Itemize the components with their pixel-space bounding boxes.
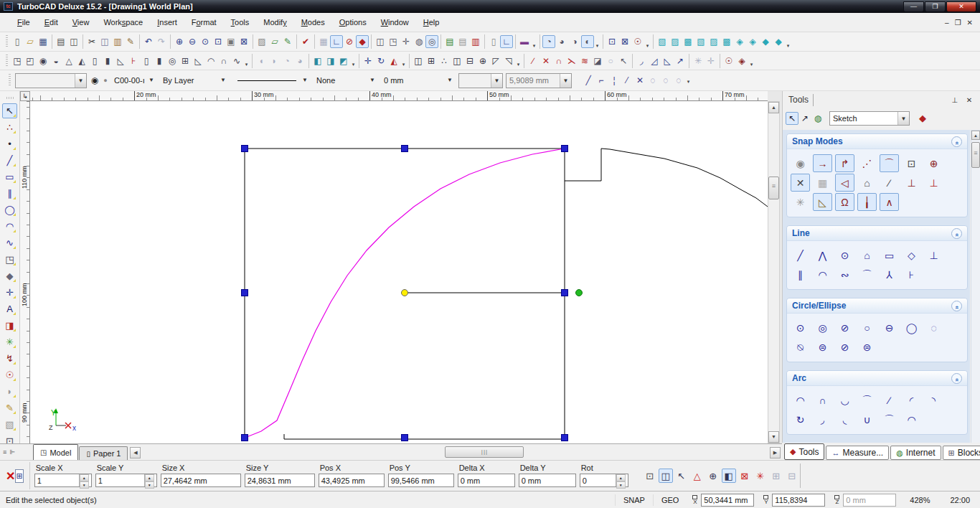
geom-ellipse-icon[interactable]: ◌	[672, 74, 685, 87]
open-icon[interactable]: ▱	[24, 35, 37, 48]
select-rect-icon[interactable]: ⊡	[606, 35, 618, 48]
mdi-close-button[interactable]: ✕	[967, 19, 973, 27]
chamfer-icon[interactable]: ◿	[648, 55, 661, 67]
field-input[interactable]: 1▲▼	[95, 474, 157, 487]
render-wireframe-icon[interactable]: ◔	[542, 35, 555, 48]
snap-quadrant-icon[interactable]: ⊕	[924, 154, 943, 172]
pick-cursor-icon[interactable]: ◹	[502, 55, 515, 67]
3d-disc-icon[interactable]: ◎	[166, 55, 179, 67]
save-icon[interactable]: ▦	[37, 35, 50, 48]
rotate-free-icon[interactable]: ↻	[374, 55, 387, 67]
marker-icon[interactable]: ✎	[2, 400, 17, 415]
toolbar-overflow-icon[interactable]: ▾	[594, 43, 600, 51]
paste-icon[interactable]: ▥	[111, 35, 124, 48]
boolean-add-icon[interactable]: ◧	[311, 55, 324, 67]
pan-move-icon[interactable]: ✛	[2, 285, 17, 300]
field-input[interactable]: 0▲▼	[580, 474, 628, 487]
collapse-chevron-icon[interactable]: «	[951, 301, 962, 311]
geom-cross-icon[interactable]: ✕	[633, 74, 646, 87]
view-se-iso-icon[interactable]: ◆	[772, 35, 785, 48]
selection-combo[interactable]: ▼	[15, 73, 87, 88]
line-perpendicular-icon[interactable]: ⊥	[924, 246, 943, 264]
circle-tan-line-icon[interactable]: ⊖	[880, 319, 899, 337]
world-plan-geometry[interactable]	[284, 149, 768, 439]
select-icon[interactable]: ↖	[2, 103, 17, 118]
flip-box-icon[interactable]: ◧	[722, 469, 736, 483]
group-a-icon[interactable]: ⊞	[769, 469, 783, 483]
pen-color-combo[interactable]: C00-00-ı▼	[111, 73, 157, 88]
snap-grid-icon[interactable]: ▦	[813, 174, 832, 192]
helix-30-icon[interactable]: ∿	[230, 55, 243, 67]
line-icon[interactable]: ╱	[2, 153, 17, 168]
line-arc-tangent-icon[interactable]: ⌒	[857, 265, 877, 283]
view-iso-ne-icon[interactable]: ▧	[656, 35, 669, 48]
geom-circle-b-icon[interactable]: ◌	[659, 74, 672, 87]
view-sw-iso-icon[interactable]: ◆	[759, 35, 772, 48]
arc-3-point-icon[interactable]: ⌒	[857, 391, 877, 409]
menu-modes[interactable]: Modes	[294, 14, 332, 30]
luminance-icon[interactable]: ☉	[631, 35, 644, 48]
snap-arc-center-icon[interactable]: ⌒	[880, 154, 899, 172]
view-front-icon[interactable]: ▩	[682, 35, 694, 48]
world-icon[interactable]: ◍	[811, 112, 824, 125]
arc-sketch-icon[interactable]: ⌒	[880, 410, 899, 428]
surface-icon[interactable]: ◗	[2, 384, 17, 399]
geom-diagonal-icon[interactable]: ╱	[582, 74, 595, 87]
array-rect-icon[interactable]: ⊞	[425, 55, 438, 67]
symmetry-icon[interactable]: ✳	[2, 334, 17, 349]
point-icon[interactable]: •	[2, 136, 17, 151]
arc-icon[interactable]: ◠	[2, 219, 17, 234]
3d-rod-icon[interactable]: ▮	[153, 55, 166, 67]
palette-tab-measure[interactable]: ↔Measure...	[826, 446, 889, 460]
ellipse-rotated-icon[interactable]: ⊘	[835, 338, 854, 356]
zoom-page-icon[interactable]: ▣	[225, 35, 237, 48]
palette-tab-tools[interactable]: ◆Tools	[784, 443, 824, 460]
paint-icon[interactable]: ◨	[2, 318, 17, 333]
view-left-icon[interactable]: ▨	[707, 35, 720, 48]
extrude-icon[interactable]: ◖	[255, 55, 268, 67]
zoom-previous-icon[interactable]: ⊙	[199, 35, 212, 48]
undo-icon[interactable]: ↶	[142, 35, 155, 48]
render-quality-icon[interactable]: ◑	[568, 35, 581, 48]
symbol-icon[interactable]: ⊕	[706, 469, 720, 483]
line-parallel-icon[interactable]: ∥	[791, 265, 810, 283]
arc-center-radius-icon[interactable]: ◠	[791, 391, 810, 409]
layers-b-icon[interactable]: ▤	[456, 35, 469, 48]
toolbar-overflow-icon[interactable]: ▾	[748, 62, 755, 70]
lock-icon[interactable]: ●	[101, 77, 110, 84]
snap-star-icon[interactable]: ✳	[791, 193, 810, 211]
arc-start-end-icon[interactable]: ◡	[835, 391, 854, 409]
zoom-out-icon[interactable]: ⊖	[186, 35, 199, 48]
render-hidden-line-icon[interactable]: ◕	[555, 35, 568, 48]
revolve-30-icon[interactable]: ◠	[204, 55, 217, 67]
3d-plane-icon[interactable]: ◺	[192, 55, 204, 67]
pin-icon[interactable]: ⊤	[950, 96, 960, 104]
field-input[interactable]: 43,4925 mm	[319, 474, 385, 487]
copy-icon[interactable]: ◫	[98, 35, 111, 48]
meet-2-lines-icon[interactable]: ✕	[540, 55, 552, 67]
circle-concentric-icon[interactable]: ◎	[813, 319, 832, 337]
print-preview-icon[interactable]: ◫	[67, 35, 80, 48]
shrink-icon[interactable]: ≋	[578, 55, 591, 67]
palette-scroll-thumb[interactable]	[971, 142, 980, 168]
geom-bar-icon[interactable]: ¦	[608, 74, 621, 87]
rectangle-icon[interactable]: ▭	[2, 169, 17, 184]
toolbar-overflow-icon[interactable]: ▾	[350, 62, 357, 70]
new-icon[interactable]: ▯	[11, 35, 24, 48]
toolbar-overflow-icon[interactable]: ▾	[531, 43, 537, 51]
zoom-window-icon[interactable]: ⊡	[212, 35, 225, 48]
pen-icon[interactable]: ✎	[281, 35, 294, 48]
move-3d-icon[interactable]: ✛	[400, 35, 413, 48]
line-tangent-arc-icon[interactable]: ◠	[813, 265, 832, 283]
menu-modify[interactable]: Modify	[256, 14, 293, 30]
drawing-canvas[interactable]: Y Z x	[30, 101, 768, 443]
assemble-axes-icon[interactable]: ✛	[362, 55, 374, 67]
line-multiline-icon[interactable]: ⋀	[813, 246, 832, 264]
view-iso-nw-icon[interactable]: ▨	[669, 35, 682, 48]
menu-tools[interactable]: Tools	[224, 14, 257, 30]
no-snap-mode-icon[interactable]: ⊘	[343, 35, 356, 48]
cut-icon[interactable]: ✂	[85, 35, 98, 48]
snap-centroid-icon[interactable]: ⊡	[902, 154, 921, 172]
insert-picture-icon[interactable]: ▨	[255, 35, 268, 48]
circle-tan-3-icon[interactable]: ◌	[924, 319, 943, 337]
